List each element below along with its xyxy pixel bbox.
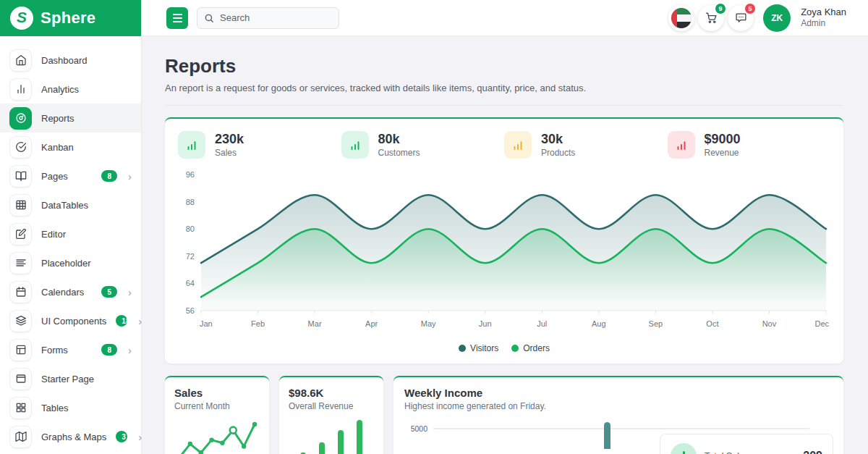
sidebar-item-badge: 3 (116, 431, 127, 442)
sidebar-item-label: Reports (41, 113, 132, 124)
svg-text:64: 64 (186, 279, 195, 287)
total-sales-label: Total Sales (705, 451, 749, 454)
chevron-right-icon: › (128, 345, 132, 356)
svg-text:56: 56 (186, 306, 195, 315)
svg-text:Dec: Dec (814, 319, 829, 328)
sidebar-item-kanban[interactable]: Kanban › (0, 133, 141, 161)
search-input[interactable] (218, 12, 332, 24)
svg-text:Mar: Mar (308, 319, 322, 328)
sales-mini-card: Sales Current Month (165, 376, 269, 454)
legend-item-visitors[interactable]: Visitors (459, 343, 498, 353)
stat-label: Sales (215, 148, 244, 158)
stat-label: Revenue (705, 148, 741, 158)
menu-toggle-button[interactable] (166, 7, 188, 29)
topbar-actions: 9 5 ZK Zoya Khan Admin (668, 4, 846, 32)
stat-customers: 80k Customers (341, 131, 505, 159)
sidebar-item-placeholder[interactable]: Placeholder › (0, 248, 141, 277)
sidebar-item-badge: 8 (101, 344, 117, 356)
sidebar-item-tables[interactable]: Tables › (0, 393, 141, 422)
stat-products: 30k Products (504, 131, 668, 159)
sidebar-item-label: Placeholder (41, 258, 132, 269)
svg-text:Jul: Jul (537, 319, 547, 328)
uae-flag-icon (671, 8, 692, 28)
sidebar-item-dashboard[interactable]: Dashboard › (0, 46, 141, 75)
stat-value: $9000 (705, 132, 741, 147)
svg-text:88: 88 (186, 198, 195, 206)
customers-stat-icon (341, 131, 369, 159)
sidebar-item-label: Dashboard (41, 55, 132, 66)
user-avatar[interactable]: ZK (763, 4, 791, 32)
sidebar-item-label: Forms (41, 345, 92, 356)
reports-chart-card: 230k Sales 80k Customers 30k (165, 117, 843, 363)
svg-text:Aug: Aug (592, 319, 606, 328)
sidebar-item-label: Kanban (41, 142, 132, 153)
sidebar-item-graphs-maps[interactable]: Graphs & Maps 3 › (0, 422, 141, 451)
sidebar-item-pages[interactable]: Pages 8 › (0, 161, 141, 190)
svg-text:Apr: Apr (365, 319, 378, 328)
bottom-cards-row: Sales Current Month $98.6K Overall Reven… (165, 376, 843, 454)
sidebar-item-badge: 18 (116, 315, 127, 327)
card-subtitle: Current Month (174, 401, 260, 411)
svg-text:Sep: Sep (649, 319, 663, 328)
sidebar-item-starter-page[interactable]: Starter Page › (0, 364, 141, 393)
revenue-stat-icon (668, 131, 695, 159)
stat-label: Products (541, 148, 575, 158)
edit-icon (9, 223, 32, 245)
svg-text:72: 72 (186, 252, 195, 261)
total-sales-widget: Total Sales -209 (660, 434, 833, 454)
sidebar-item-label: Calendars (41, 287, 92, 298)
stat-sales: 230k Sales (178, 131, 341, 159)
app-window: S Sphere Dashboard › Analytics › Reports… (0, 0, 868, 454)
sidebar-item-label: Analytics (41, 84, 132, 95)
page-header: Reports An report is a request for goods… (165, 55, 843, 106)
language-flag-button[interactable] (668, 5, 694, 31)
sidebar-item-label: DataTables (41, 200, 132, 211)
sidebar-item-ui-components[interactable]: UI Components 18 › (0, 306, 141, 335)
sidebar-item-datatables[interactable]: DataTables › (0, 190, 141, 219)
sidebar-nav: Dashboard › Analytics › Reports › Kanban… (0, 36, 141, 451)
card-title: $98.6K (289, 387, 374, 399)
svg-text:5000: 5000 (411, 424, 428, 433)
products-stat-icon (504, 131, 532, 159)
stat-label: Customers (378, 148, 420, 158)
brand-header[interactable]: S Sphere (0, 0, 141, 36)
page-subtitle: An report is a request for goods or serv… (165, 83, 843, 93)
user-meta: Zoya Khan Admin (801, 7, 846, 29)
sidebar-item-forms[interactable]: Forms 8 › (0, 335, 141, 364)
stat-value: 230k (215, 132, 244, 147)
svg-text:Nov: Nov (762, 319, 777, 328)
calendar-icon (9, 281, 32, 303)
card-title: Sales (174, 387, 260, 399)
sidebar-item-calendars[interactable]: Calendars 5 › (0, 277, 141, 306)
svg-text:96: 96 (186, 170, 195, 179)
sales-stat-icon (178, 131, 205, 159)
sidebar-item-label: Editor (41, 229, 132, 240)
grid-icon (9, 397, 32, 419)
sidebar-item-editor[interactable]: Editor › (0, 219, 141, 248)
legend-dot-icon (511, 345, 519, 352)
visitors-orders-area-chart: 968880726456JanFebMarAprMayJunJulAugSepO… (176, 166, 832, 338)
cart-icon (705, 12, 718, 24)
card-title: Weekly Income (404, 387, 833, 399)
sidebar-item-badge: 5 (101, 286, 117, 298)
sidebar-item-label: UI Components (41, 316, 106, 327)
card-subtitle: Overall Revenue (289, 401, 374, 411)
sidebar-item-reports[interactable]: Reports › (0, 104, 141, 133)
legend-dot-icon (459, 345, 466, 352)
sidebar-item-analytics[interactable]: Analytics › (0, 75, 141, 104)
main-content: Reports An report is a request for goods… (142, 36, 868, 454)
cart-button[interactable]: 9 (698, 5, 724, 31)
legend-item-orders[interactable]: Orders (511, 343, 550, 353)
svg-text:80: 80 (186, 224, 195, 233)
hamburger-icon (173, 14, 182, 15)
search-box[interactable] (197, 7, 339, 29)
chat-icon (735, 12, 747, 24)
messages-button[interactable]: 5 (728, 5, 754, 31)
stats-row: 230k Sales 80k Customers 30k (175, 130, 833, 166)
sidebar-item-label: Tables (41, 403, 132, 413)
stat-value: 30k (541, 132, 575, 147)
svg-text:Oct: Oct (706, 319, 718, 328)
table-icon (9, 194, 32, 217)
align-left-icon (9, 252, 32, 274)
stat-value: 80k (378, 132, 420, 147)
